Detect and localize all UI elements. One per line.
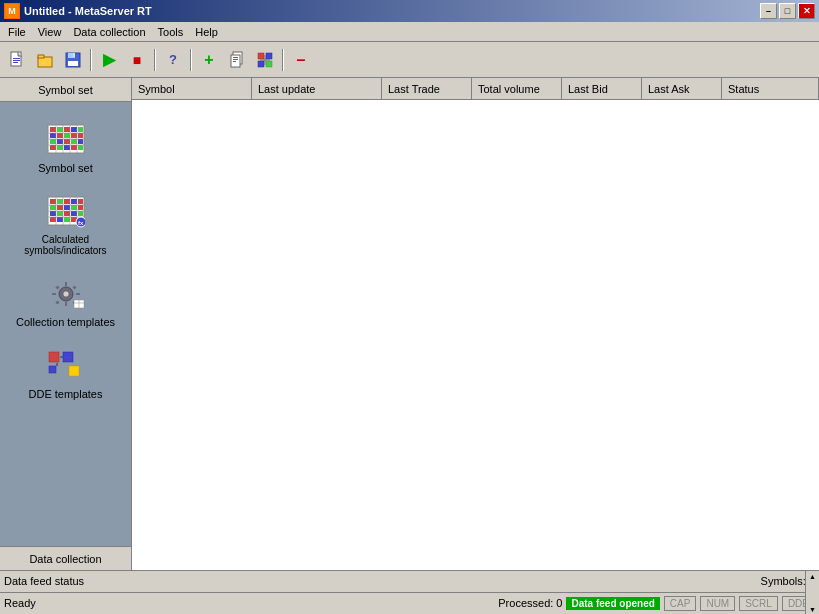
svg-rect-28 — [57, 133, 63, 138]
svg-rect-26 — [78, 127, 83, 132]
processed-label: Processed: 0 — [498, 597, 562, 609]
status-top-row: Data feed status Symbols: 0 — [0, 571, 819, 593]
svg-rect-86 — [72, 285, 76, 289]
separator-4 — [282, 49, 284, 71]
svg-rect-29 — [64, 133, 70, 138]
settings-button[interactable] — [252, 47, 278, 73]
svg-rect-62 — [64, 211, 70, 216]
svg-rect-92 — [49, 352, 59, 362]
status-bar: Data feed status Symbols: 0 Ready Proces… — [0, 570, 819, 614]
cap-indicator: CAP — [664, 596, 697, 611]
svg-rect-5 — [38, 55, 44, 58]
num-indicator: NUM — [700, 596, 735, 611]
svg-rect-56 — [57, 205, 63, 210]
svg-rect-50 — [50, 199, 56, 204]
svg-rect-54 — [78, 199, 83, 204]
feed-opened-badge: Data feed opened — [566, 597, 659, 610]
svg-rect-38 — [57, 145, 63, 150]
svg-rect-67 — [64, 217, 70, 222]
collection-templates-label: Collection templates — [16, 316, 115, 328]
play-button[interactable]: ▶ — [96, 47, 122, 73]
svg-text:fx: fx — [78, 220, 84, 226]
table-header: Symbol Last update Last Trade Total volu… — [132, 78, 819, 100]
ready-status: Ready — [4, 597, 36, 609]
table-body[interactable] — [132, 100, 819, 570]
svg-rect-59 — [78, 205, 83, 210]
svg-rect-1 — [13, 58, 20, 59]
menu-tools[interactable]: Tools — [152, 22, 190, 42]
col-last-ask: Last Ask — [642, 78, 722, 99]
stop-button[interactable]: ■ — [124, 47, 150, 73]
svg-rect-81 — [65, 282, 67, 286]
collection-templates-icon — [46, 276, 86, 312]
svg-rect-9 — [68, 61, 78, 66]
remove-button[interactable]: – — [288, 47, 314, 73]
symbol-set-label: Symbol set — [38, 162, 92, 174]
new-button[interactable] — [4, 47, 30, 73]
sidebar-item-dde-templates[interactable]: DDE templates — [0, 338, 131, 410]
scroll-arrows[interactable]: ▲ ▼ — [805, 571, 819, 614]
svg-rect-23 — [57, 127, 63, 132]
data-feed-status-label: Data feed status — [4, 575, 84, 587]
svg-rect-95 — [69, 366, 79, 376]
sidebar-item-collection-templates[interactable]: Collection templates — [0, 266, 131, 338]
add-symbol-button[interactable]: + — [196, 47, 222, 73]
svg-rect-30 — [71, 133, 77, 138]
svg-rect-14 — [233, 61, 236, 62]
svg-rect-39 — [64, 145, 70, 150]
app-icon: M — [4, 3, 20, 19]
svg-rect-84 — [76, 293, 80, 295]
sidebar-footer: Data collection — [0, 546, 131, 570]
save-button[interactable] — [60, 47, 86, 73]
svg-rect-2 — [13, 60, 20, 61]
svg-rect-31 — [78, 133, 83, 138]
svg-rect-24 — [64, 127, 70, 132]
help-button[interactable]: ? — [160, 47, 186, 73]
menu-data-collection[interactable]: Data collection — [67, 22, 151, 42]
svg-rect-35 — [71, 139, 77, 144]
col-status: Status — [722, 78, 819, 99]
minimize-button[interactable]: – — [760, 3, 777, 19]
open-button[interactable] — [32, 47, 58, 73]
menu-file[interactable]: File — [2, 22, 32, 42]
svg-rect-64 — [78, 211, 83, 216]
svg-rect-13 — [233, 59, 238, 60]
main-container: Symbol set — [0, 78, 819, 570]
col-last-trade: Last Trade — [382, 78, 472, 99]
dde-templates-label: DDE templates — [29, 388, 103, 400]
close-button[interactable]: ✕ — [798, 3, 815, 19]
window-title: Untitled - MetaServer RT — [24, 5, 152, 17]
svg-rect-57 — [64, 205, 70, 210]
svg-rect-66 — [57, 217, 63, 222]
svg-rect-52 — [64, 199, 70, 204]
menu-help[interactable]: Help — [189, 22, 224, 42]
svg-rect-87 — [55, 300, 59, 304]
sidebar-item-calculated[interactable]: fx Calculated symbols/indicators — [0, 184, 131, 266]
calculated-label: Calculated symbols/indicators — [24, 234, 106, 256]
dde-templates-icon — [46, 348, 86, 384]
svg-rect-55 — [50, 205, 56, 210]
menu-view[interactable]: View — [32, 22, 68, 42]
svg-rect-83 — [52, 293, 56, 295]
separator-3 — [190, 49, 192, 71]
svg-rect-82 — [65, 302, 67, 306]
svg-rect-51 — [57, 199, 63, 204]
svg-rect-63 — [71, 211, 77, 216]
title-bar: M Untitled - MetaServer RT – □ ✕ — [0, 0, 819, 22]
copy-button[interactable] — [224, 47, 250, 73]
svg-rect-12 — [233, 57, 238, 58]
svg-rect-65 — [50, 217, 56, 222]
svg-rect-33 — [57, 139, 63, 144]
status-bottom-row: Ready Processed: 0 Data feed opened CAP … — [0, 593, 819, 614]
maximize-button[interactable]: □ — [779, 3, 796, 19]
col-last-update: Last update — [252, 78, 382, 99]
sidebar-item-symbol-set[interactable]: Symbol set — [0, 112, 131, 184]
svg-rect-25 — [71, 127, 77, 132]
svg-rect-8 — [73, 53, 75, 57]
svg-rect-58 — [71, 205, 77, 210]
menu-bar: File View Data collection Tools Help — [0, 22, 819, 42]
svg-rect-3 — [13, 62, 18, 63]
separator-2 — [154, 49, 156, 71]
svg-rect-53 — [71, 199, 77, 204]
sidebar: Symbol set — [0, 78, 132, 570]
